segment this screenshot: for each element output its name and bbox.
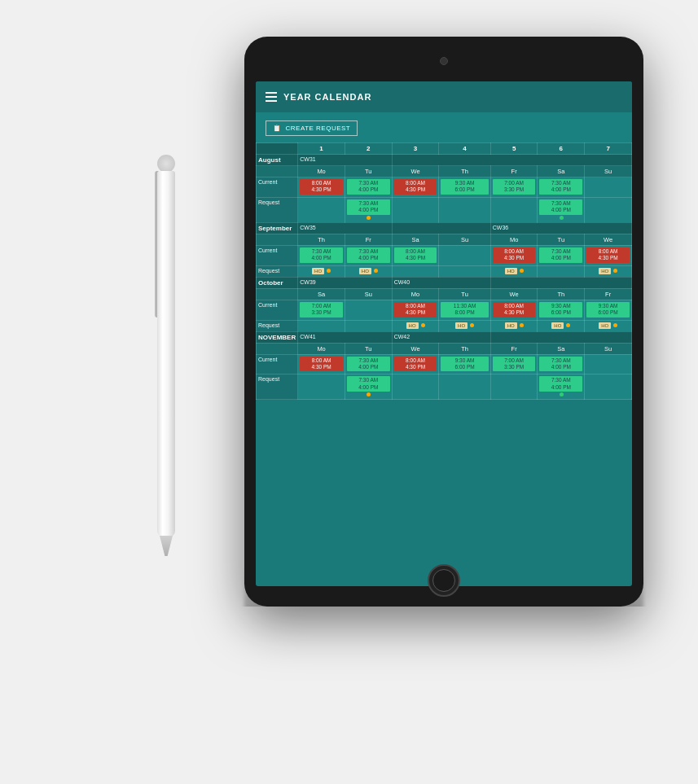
shift-block: 7:30 AM4:00 PM [539, 179, 582, 195]
oct-current-row: Current 7:00 AM3:30 PM 8:00 AM4:30 PM 11… [257, 300, 632, 320]
sept-current-row: Current 7:30 AM4:00 PM 7:30 AM4:00 PM 8:… [257, 245, 632, 265]
col-5: 5 [490, 143, 538, 155]
aug-current-3: 8:00 AM4:30 PM [392, 177, 439, 198]
create-icon: 📋 [273, 125, 282, 132]
create-request-label: CREATE REQUEST [286, 125, 351, 132]
col-6: 6 [538, 143, 585, 155]
col-7: 7 [585, 143, 632, 155]
shift-block: 7:30 AM4:00 PM [539, 199, 582, 215]
aug-day-we: We [392, 166, 439, 177]
app-header: YEAR CALENDAR [256, 81, 632, 112]
aug-current-5: 7:00 AM3:30 PM [490, 177, 538, 198]
shift-block: 8:00 AM4:30 PM [300, 179, 343, 195]
month-sept-row: September CW35 CW36 [257, 222, 632, 234]
month-sept-label: September [257, 222, 298, 234]
col-4: 4 [439, 143, 490, 155]
month-nov-row: NOVEMBER CW41 CW42 [257, 331, 632, 343]
aug-current-6: 7:30 AM4:00 PM [538, 177, 585, 198]
aug-current-4: 9:30 AM6:00 PM [439, 177, 490, 198]
aug-current-1: 8:00 AM4:30 PM [298, 177, 345, 198]
aug-current-label: Current [257, 177, 298, 198]
hamburger-menu[interactable] [266, 92, 277, 102]
sept-request-row: Request HO HO HO [257, 265, 632, 277]
august-days-row: Mo Tu We Th Fr Sa Su [257, 166, 632, 177]
shift-block: 7:30 AM4:00 PM [347, 179, 390, 195]
nov-request-row: Request 7:30 AM4:00 PM 7:30 AM4:00 PM [257, 374, 632, 400]
calendar-table: 1 2 3 4 5 6 7 August CW31 [256, 142, 632, 400]
pencil [151, 147, 183, 570]
dot-indicator [560, 216, 564, 220]
aug-day-tu: Tu [345, 166, 392, 177]
pencil-top [157, 155, 175, 173]
oct-days-row: Sa Su Mo Tu We Th Fr [257, 288, 632, 300]
aug-req-1 [298, 197, 345, 222]
aug-req-3 [392, 197, 439, 222]
sept-days-row: Th Fr Sa Su Mo Tu We [257, 234, 632, 245]
col-header-row: 1 2 3 4 5 6 7 [257, 143, 632, 155]
col-2: 2 [345, 143, 392, 155]
aug-day-th: Th [439, 166, 490, 177]
tablet-screen: YEAR CALENDAR 📋 CREATE REQUEST 1 2 3 4 [256, 81, 632, 586]
aug-req-7 [585, 197, 632, 222]
pencil-tip [160, 536, 173, 556]
aug-req-5 [490, 197, 538, 222]
nov-current-row: Current 8:00 AM4:30 PM 7:30 AM4:00 PM 8:… [257, 354, 632, 374]
august-request-row: Request 7:30 AM4:00 PM 7:30 AM4:00 PM [257, 197, 632, 222]
calendar-container[interactable]: 1 2 3 4 5 6 7 August CW31 [256, 142, 632, 582]
create-request-button[interactable]: 📋 CREATE REQUEST [266, 120, 358, 136]
shift-block: 8:00 AM4:30 PM [394, 179, 437, 195]
cw-empty-aug [392, 155, 631, 166]
shift-block: 7:00 AM3:30 PM [493, 179, 536, 195]
camera [440, 57, 448, 65]
month-august-row: August CW31 [257, 155, 632, 166]
shift-block: 9:30 AM6:00 PM [441, 179, 488, 195]
cw35: CW35 [298, 222, 392, 234]
oct-request-row: Request HO HO HO [257, 320, 632, 331]
aug-day-su: Su [585, 166, 632, 177]
col-1: 1 [298, 143, 345, 155]
aug-day-fr: Fr [490, 166, 538, 177]
col-3: 3 [392, 143, 439, 155]
cw36: CW36 [490, 222, 631, 234]
home-button[interactable] [428, 564, 460, 597]
aug-request-label: Request [257, 197, 298, 222]
aug-req-6: 7:30 AM4:00 PM [538, 197, 585, 222]
aug-day-mo: Mo [298, 166, 345, 177]
tablet: YEAR CALENDAR 📋 CREATE REQUEST 1 2 3 4 [244, 37, 643, 607]
shift-block: 7:30 AM4:00 PM [347, 199, 390, 215]
august-current-row: Current 8:00 AM4:30 PM 7:30 AM4:00 PM 8:… [257, 177, 632, 198]
cw31: CW31 [298, 155, 392, 166]
dot-indicator [367, 216, 371, 220]
aug-day-sa: Sa [538, 166, 585, 177]
create-request-bar: 📋 CREATE REQUEST [256, 112, 632, 142]
aug-req-2: 7:30 AM4:00 PM [345, 197, 392, 222]
cw-empty-sept1 [392, 222, 490, 234]
pencil-body [157, 171, 175, 537]
month-oct-row: October CW39 CW40 [257, 277, 632, 288]
home-button-inner [432, 569, 455, 592]
aug-current-2: 7:30 AM4:00 PM [345, 177, 392, 198]
nov-days-row: Mo Tu We Th Fr Sa Su [257, 343, 632, 354]
aug-current-7 [585, 177, 632, 198]
app-title: YEAR CALENDAR [283, 92, 371, 102]
month-august-label: August [257, 155, 298, 166]
aug-req-4 [439, 197, 490, 222]
